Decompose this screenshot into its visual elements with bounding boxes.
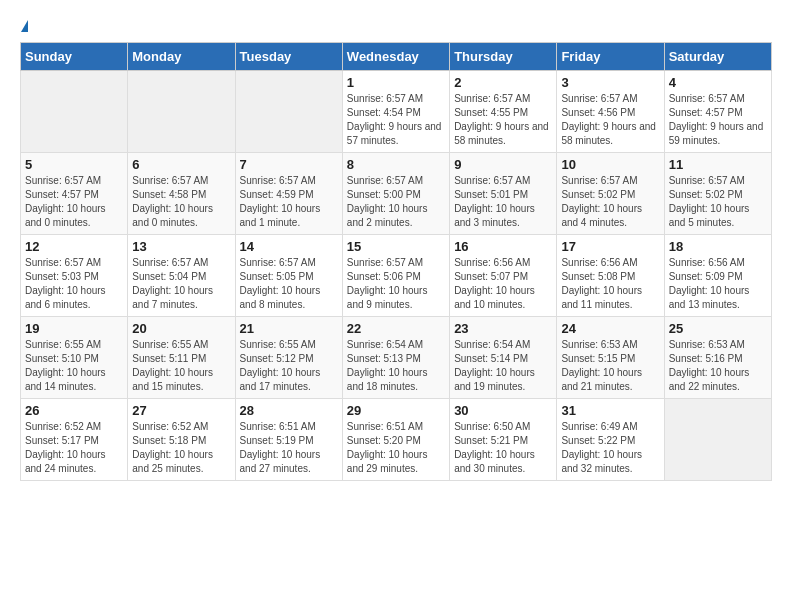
day-info: Sunrise: 6:56 AM Sunset: 5:07 PM Dayligh…: [454, 256, 552, 312]
calendar-header: SundayMondayTuesdayWednesdayThursdayFrid…: [21, 43, 772, 71]
day-info: Sunrise: 6:57 AM Sunset: 4:58 PM Dayligh…: [132, 174, 230, 230]
calendar-body: 1Sunrise: 6:57 AM Sunset: 4:54 PM Daylig…: [21, 71, 772, 481]
day-info: Sunrise: 6:55 AM Sunset: 5:10 PM Dayligh…: [25, 338, 123, 394]
day-info: Sunrise: 6:57 AM Sunset: 4:57 PM Dayligh…: [669, 92, 767, 148]
calendar-cell: 7Sunrise: 6:57 AM Sunset: 4:59 PM Daylig…: [235, 153, 342, 235]
day-info: Sunrise: 6:57 AM Sunset: 4:59 PM Dayligh…: [240, 174, 338, 230]
calendar-cell: 21Sunrise: 6:55 AM Sunset: 5:12 PM Dayli…: [235, 317, 342, 399]
day-number: 6: [132, 157, 230, 172]
header-cell-tuesday: Tuesday: [235, 43, 342, 71]
day-number: 10: [561, 157, 659, 172]
calendar-cell: 28Sunrise: 6:51 AM Sunset: 5:19 PM Dayli…: [235, 399, 342, 481]
calendar-cell: 8Sunrise: 6:57 AM Sunset: 5:00 PM Daylig…: [342, 153, 449, 235]
day-number: 16: [454, 239, 552, 254]
calendar-cell: 30Sunrise: 6:50 AM Sunset: 5:21 PM Dayli…: [450, 399, 557, 481]
day-info: Sunrise: 6:55 AM Sunset: 5:11 PM Dayligh…: [132, 338, 230, 394]
day-info: Sunrise: 6:57 AM Sunset: 5:02 PM Dayligh…: [669, 174, 767, 230]
day-number: 13: [132, 239, 230, 254]
day-info: Sunrise: 6:57 AM Sunset: 5:00 PM Dayligh…: [347, 174, 445, 230]
day-number: 23: [454, 321, 552, 336]
day-number: 18: [669, 239, 767, 254]
calendar-cell: 29Sunrise: 6:51 AM Sunset: 5:20 PM Dayli…: [342, 399, 449, 481]
day-number: 22: [347, 321, 445, 336]
day-info: Sunrise: 6:55 AM Sunset: 5:12 PM Dayligh…: [240, 338, 338, 394]
header-cell-thursday: Thursday: [450, 43, 557, 71]
calendar-week-1: 1Sunrise: 6:57 AM Sunset: 4:54 PM Daylig…: [21, 71, 772, 153]
day-info: Sunrise: 6:57 AM Sunset: 5:06 PM Dayligh…: [347, 256, 445, 312]
day-number: 3: [561, 75, 659, 90]
header-cell-monday: Monday: [128, 43, 235, 71]
day-info: Sunrise: 6:53 AM Sunset: 5:16 PM Dayligh…: [669, 338, 767, 394]
day-info: Sunrise: 6:54 AM Sunset: 5:13 PM Dayligh…: [347, 338, 445, 394]
calendar-cell: [664, 399, 771, 481]
day-info: Sunrise: 6:57 AM Sunset: 5:01 PM Dayligh…: [454, 174, 552, 230]
calendar-cell: 23Sunrise: 6:54 AM Sunset: 5:14 PM Dayli…: [450, 317, 557, 399]
calendar-cell: 4Sunrise: 6:57 AM Sunset: 4:57 PM Daylig…: [664, 71, 771, 153]
calendar-cell: 1Sunrise: 6:57 AM Sunset: 4:54 PM Daylig…: [342, 71, 449, 153]
day-number: 1: [347, 75, 445, 90]
day-info: Sunrise: 6:57 AM Sunset: 4:56 PM Dayligh…: [561, 92, 659, 148]
day-info: Sunrise: 6:52 AM Sunset: 5:18 PM Dayligh…: [132, 420, 230, 476]
day-info: Sunrise: 6:57 AM Sunset: 5:02 PM Dayligh…: [561, 174, 659, 230]
calendar-cell: 17Sunrise: 6:56 AM Sunset: 5:08 PM Dayli…: [557, 235, 664, 317]
day-info: Sunrise: 6:57 AM Sunset: 5:03 PM Dayligh…: [25, 256, 123, 312]
day-number: 28: [240, 403, 338, 418]
calendar-table: SundayMondayTuesdayWednesdayThursdayFrid…: [20, 42, 772, 481]
day-number: 12: [25, 239, 123, 254]
calendar-cell: [21, 71, 128, 153]
logo: [20, 20, 28, 32]
calendar-cell: 19Sunrise: 6:55 AM Sunset: 5:10 PM Dayli…: [21, 317, 128, 399]
calendar-cell: 15Sunrise: 6:57 AM Sunset: 5:06 PM Dayli…: [342, 235, 449, 317]
day-info: Sunrise: 6:53 AM Sunset: 5:15 PM Dayligh…: [561, 338, 659, 394]
day-number: 20: [132, 321, 230, 336]
day-number: 29: [347, 403, 445, 418]
header-cell-wednesday: Wednesday: [342, 43, 449, 71]
day-number: 24: [561, 321, 659, 336]
day-number: 27: [132, 403, 230, 418]
day-number: 14: [240, 239, 338, 254]
calendar-cell: 14Sunrise: 6:57 AM Sunset: 5:05 PM Dayli…: [235, 235, 342, 317]
day-info: Sunrise: 6:57 AM Sunset: 4:57 PM Dayligh…: [25, 174, 123, 230]
calendar-cell: [128, 71, 235, 153]
day-number: 15: [347, 239, 445, 254]
calendar-header-row: SundayMondayTuesdayWednesdayThursdayFrid…: [21, 43, 772, 71]
day-info: Sunrise: 6:52 AM Sunset: 5:17 PM Dayligh…: [25, 420, 123, 476]
day-info: Sunrise: 6:56 AM Sunset: 5:09 PM Dayligh…: [669, 256, 767, 312]
logo-triangle-icon: [21, 20, 28, 32]
calendar-week-4: 19Sunrise: 6:55 AM Sunset: 5:10 PM Dayli…: [21, 317, 772, 399]
calendar-cell: 31Sunrise: 6:49 AM Sunset: 5:22 PM Dayli…: [557, 399, 664, 481]
day-info: Sunrise: 6:50 AM Sunset: 5:21 PM Dayligh…: [454, 420, 552, 476]
day-info: Sunrise: 6:57 AM Sunset: 5:04 PM Dayligh…: [132, 256, 230, 312]
day-number: 4: [669, 75, 767, 90]
calendar-cell: 12Sunrise: 6:57 AM Sunset: 5:03 PM Dayli…: [21, 235, 128, 317]
calendar-cell: [235, 71, 342, 153]
day-info: Sunrise: 6:51 AM Sunset: 5:20 PM Dayligh…: [347, 420, 445, 476]
calendar-cell: 9Sunrise: 6:57 AM Sunset: 5:01 PM Daylig…: [450, 153, 557, 235]
calendar-week-3: 12Sunrise: 6:57 AM Sunset: 5:03 PM Dayli…: [21, 235, 772, 317]
header-cell-friday: Friday: [557, 43, 664, 71]
day-number: 30: [454, 403, 552, 418]
calendar-cell: 11Sunrise: 6:57 AM Sunset: 5:02 PM Dayli…: [664, 153, 771, 235]
day-number: 31: [561, 403, 659, 418]
day-number: 2: [454, 75, 552, 90]
day-number: 7: [240, 157, 338, 172]
day-info: Sunrise: 6:57 AM Sunset: 5:05 PM Dayligh…: [240, 256, 338, 312]
day-info: Sunrise: 6:49 AM Sunset: 5:22 PM Dayligh…: [561, 420, 659, 476]
calendar-cell: 22Sunrise: 6:54 AM Sunset: 5:13 PM Dayli…: [342, 317, 449, 399]
calendar-cell: 2Sunrise: 6:57 AM Sunset: 4:55 PM Daylig…: [450, 71, 557, 153]
day-number: 26: [25, 403, 123, 418]
calendar-week-2: 5Sunrise: 6:57 AM Sunset: 4:57 PM Daylig…: [21, 153, 772, 235]
day-number: 8: [347, 157, 445, 172]
calendar-cell: 27Sunrise: 6:52 AM Sunset: 5:18 PM Dayli…: [128, 399, 235, 481]
calendar-week-5: 26Sunrise: 6:52 AM Sunset: 5:17 PM Dayli…: [21, 399, 772, 481]
calendar-cell: 16Sunrise: 6:56 AM Sunset: 5:07 PM Dayli…: [450, 235, 557, 317]
page-header: [20, 20, 772, 32]
day-info: Sunrise: 6:51 AM Sunset: 5:19 PM Dayligh…: [240, 420, 338, 476]
day-number: 9: [454, 157, 552, 172]
calendar-cell: 10Sunrise: 6:57 AM Sunset: 5:02 PM Dayli…: [557, 153, 664, 235]
calendar-cell: 6Sunrise: 6:57 AM Sunset: 4:58 PM Daylig…: [128, 153, 235, 235]
calendar-cell: 5Sunrise: 6:57 AM Sunset: 4:57 PM Daylig…: [21, 153, 128, 235]
calendar-cell: 18Sunrise: 6:56 AM Sunset: 5:09 PM Dayli…: [664, 235, 771, 317]
day-number: 19: [25, 321, 123, 336]
header-cell-sunday: Sunday: [21, 43, 128, 71]
